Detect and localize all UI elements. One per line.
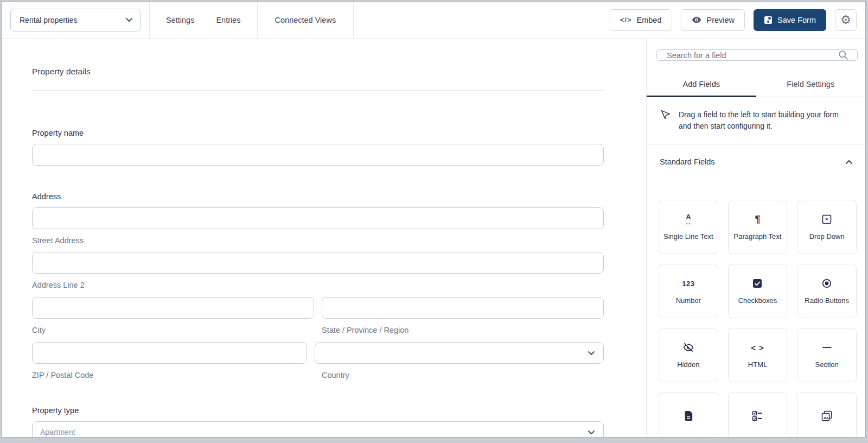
nav-connected-views[interactable]: Connected Views <box>275 16 336 24</box>
search-icon <box>838 50 848 60</box>
field-type-card-drop-down[interactable]: Drop Down <box>797 200 857 254</box>
field-type-card-single-line-text[interactable]: A↔ Single Line Text <box>659 200 718 254</box>
tab-add-fields[interactable]: Add Fields <box>647 72 756 97</box>
field-type-label: Paragraph Text <box>734 232 782 241</box>
app-window: Rental properties Settings Entries Conne… <box>1 1 866 438</box>
chevron-down-icon <box>588 431 595 434</box>
save-form-button[interactable]: Save Form <box>754 9 826 31</box>
property-type-label: Property type <box>32 406 604 415</box>
field-type-card-hidden[interactable]: Hidden <box>659 328 718 382</box>
eye-off-icon <box>683 341 694 353</box>
city-state-labels: City State / Province / Region <box>32 326 604 334</box>
code-icon: < > <box>751 341 764 353</box>
top-bar: Rental properties Settings Entries Conne… <box>2 2 865 39</box>
header-nav-connected: Connected Views <box>258 16 354 24</box>
zip-country-row <box>32 342 604 364</box>
field-type-label: Section <box>815 360 838 369</box>
field-type-label: Drop Down <box>809 232 845 241</box>
single-line-text-icon: A↔ <box>685 213 692 225</box>
drag-instruction: Drag a field to the left to start buildi… <box>647 97 865 144</box>
preview-button[interactable]: Preview <box>681 9 745 31</box>
app-body: Property details Property name Address S… <box>2 39 865 437</box>
field-type-label: Checkboxes <box>738 296 777 305</box>
street-address-input[interactable] <box>32 207 604 229</box>
embed-button[interactable]: </> Embed <box>610 9 672 31</box>
street-address-sublabel: Street Address <box>32 236 604 245</box>
field-type-card-section[interactable]: — Section <box>797 328 857 382</box>
save-icon <box>764 16 773 24</box>
header-actions: </> Embed Preview <box>610 9 857 31</box>
checkbox-icon <box>752 277 762 289</box>
field-search <box>656 49 858 61</box>
state-sublabel: State / Province / Region <box>322 326 604 334</box>
field-type-label: Single Line Text <box>663 232 713 241</box>
images-icon <box>821 410 832 422</box>
city-sublabel: City <box>32 326 314 334</box>
field-type-card-number[interactable]: 123 Number <box>659 264 718 318</box>
checklist-icon <box>752 410 763 422</box>
drag-instruction-text: Drag a field to the left to start buildi… <box>679 109 845 132</box>
dropdown-icon <box>822 213 832 225</box>
field-sidebar: Add Fields Field Settings Drag a field t… <box>646 39 865 437</box>
chevron-down-icon <box>588 351 595 355</box>
zip-input[interactable] <box>32 342 307 364</box>
form-section-title: Property details <box>32 67 604 77</box>
nav-entries[interactable]: Entries <box>216 16 240 24</box>
form-column: Property details Property name Address S… <box>32 67 604 437</box>
sidebar-tabs: Add Fields Field Settings <box>647 72 865 97</box>
field-type-label: Number <box>676 296 701 305</box>
standard-fields-header[interactable]: Standard Fields <box>647 144 865 167</box>
save-button-label: Save Form <box>777 16 816 24</box>
city-input[interactable] <box>32 297 314 319</box>
field-type-card-checklist[interactable] <box>728 392 788 438</box>
field-type-card-html[interactable]: < > HTML <box>728 328 788 382</box>
preview-button-label: Preview <box>707 16 735 24</box>
zip-country-labels: ZIP / Postal Code Country <box>32 371 604 379</box>
settings-gear-button[interactable]: ⚙ <box>835 9 857 31</box>
field-type-label: Hidden <box>677 360 699 369</box>
field-type-card-images[interactable] <box>797 392 857 438</box>
search-input[interactable] <box>666 50 833 60</box>
header-nav: Settings Entries <box>150 16 257 24</box>
address-line2-input[interactable] <box>32 252 604 274</box>
field-type-card-checkboxes[interactable]: Checkboxes <box>728 264 788 318</box>
section-icon: — <box>822 341 831 353</box>
address-line2-sublabel: Address Line 2 <box>32 281 604 289</box>
field-type-card-document[interactable] <box>659 392 718 438</box>
section-divider <box>32 90 604 91</box>
property-type-select[interactable]: Apartment <box>32 421 604 437</box>
form-selector-value: Rental properties <box>20 16 78 24</box>
country-select[interactable] <box>315 342 604 364</box>
chevron-down-icon <box>126 18 132 22</box>
property-type-value: Apartment <box>40 428 75 436</box>
address-label: Address <box>32 192 604 201</box>
chevron-up-icon[interactable] <box>846 160 852 164</box>
tab-field-settings[interactable]: Field Settings <box>756 72 866 97</box>
state-input[interactable] <box>322 297 604 319</box>
radio-icon <box>822 277 832 289</box>
property-name-input[interactable] <box>32 144 604 166</box>
screenshot-frame: Rental properties Settings Entries Conne… <box>0 0 868 443</box>
city-state-row <box>32 297 604 319</box>
paragraph-icon: ¶ <box>755 213 760 225</box>
zip-sublabel: ZIP / Postal Code <box>32 371 314 379</box>
field-type-card-radio-buttons[interactable]: Radio Buttons <box>797 264 857 318</box>
code-brackets-icon: </> <box>620 16 632 24</box>
country-sublabel: Country <box>322 371 604 379</box>
form-selector-dropdown[interactable]: Rental properties <box>10 9 141 31</box>
embed-button-label: Embed <box>637 16 662 24</box>
nav-settings[interactable]: Settings <box>166 16 194 24</box>
field-type-card-paragraph-text[interactable]: ¶ Paragraph Text <box>728 200 788 254</box>
property-name-label: Property name <box>32 129 604 137</box>
field-type-label: HTML <box>748 360 767 369</box>
mouse-pointer-icon <box>660 109 671 132</box>
header-divider <box>353 2 354 38</box>
standard-fields-title: Standard Fields <box>660 156 715 167</box>
gear-icon: ⚙ <box>840 14 851 26</box>
eye-icon <box>691 16 702 24</box>
number-icon: 123 <box>682 277 694 289</box>
form-canvas: Property details Property name Address S… <box>2 39 646 437</box>
field-type-grid: A↔ Single Line Text ¶ Paragraph Text <box>659 200 857 438</box>
document-icon <box>684 410 693 422</box>
field-type-label: Radio Buttons <box>805 296 849 305</box>
